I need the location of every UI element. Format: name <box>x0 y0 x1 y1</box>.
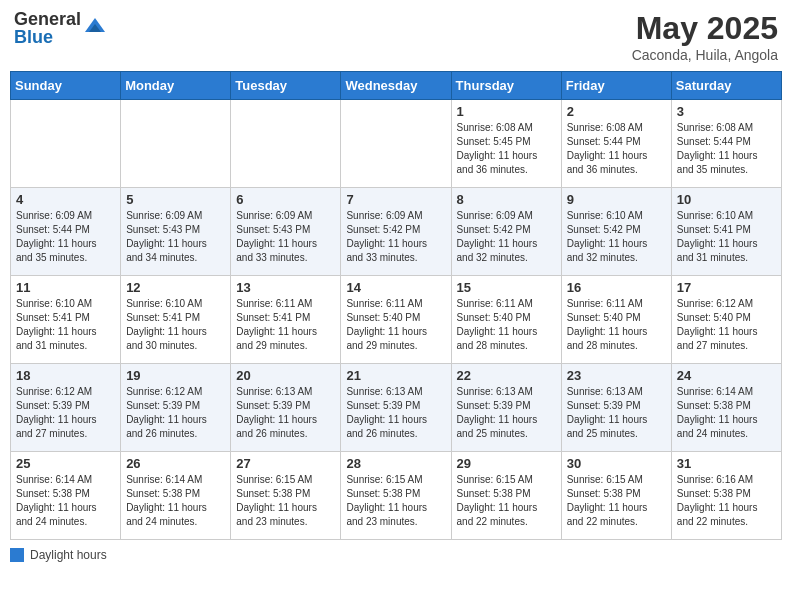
day-info: Sunrise: 6:15 AM Sunset: 5:38 PM Dayligh… <box>567 473 666 529</box>
day-info: Sunrise: 6:11 AM Sunset: 5:41 PM Dayligh… <box>236 297 335 353</box>
day-info: Sunrise: 6:10 AM Sunset: 5:41 PM Dayligh… <box>677 209 776 265</box>
calendar-cell: 8Sunrise: 6:09 AM Sunset: 5:42 PM Daylig… <box>451 188 561 276</box>
day-info: Sunrise: 6:10 AM Sunset: 5:41 PM Dayligh… <box>126 297 225 353</box>
day-info: Sunrise: 6:12 AM Sunset: 5:39 PM Dayligh… <box>16 385 115 441</box>
calendar-cell: 27Sunrise: 6:15 AM Sunset: 5:38 PM Dayli… <box>231 452 341 540</box>
day-info: Sunrise: 6:09 AM Sunset: 5:42 PM Dayligh… <box>346 209 445 265</box>
day-number: 13 <box>236 280 335 295</box>
day-number: 22 <box>457 368 556 383</box>
calendar-cell: 30Sunrise: 6:15 AM Sunset: 5:38 PM Dayli… <box>561 452 671 540</box>
calendar-cell: 6Sunrise: 6:09 AM Sunset: 5:43 PM Daylig… <box>231 188 341 276</box>
day-number: 10 <box>677 192 776 207</box>
logo-general: General <box>14 10 81 28</box>
day-info: Sunrise: 6:09 AM Sunset: 5:43 PM Dayligh… <box>126 209 225 265</box>
calendar-week-2: 11Sunrise: 6:10 AM Sunset: 5:41 PM Dayli… <box>11 276 782 364</box>
calendar-cell: 15Sunrise: 6:11 AM Sunset: 5:40 PM Dayli… <box>451 276 561 364</box>
day-info: Sunrise: 6:15 AM Sunset: 5:38 PM Dayligh… <box>457 473 556 529</box>
calendar-cell <box>341 100 451 188</box>
day-info: Sunrise: 6:13 AM Sunset: 5:39 PM Dayligh… <box>567 385 666 441</box>
day-header-wednesday: Wednesday <box>341 72 451 100</box>
calendar-cell: 3Sunrise: 6:08 AM Sunset: 5:44 PM Daylig… <box>671 100 781 188</box>
day-info: Sunrise: 6:13 AM Sunset: 5:39 PM Dayligh… <box>236 385 335 441</box>
calendar-cell: 24Sunrise: 6:14 AM Sunset: 5:38 PM Dayli… <box>671 364 781 452</box>
day-info: Sunrise: 6:09 AM Sunset: 5:42 PM Dayligh… <box>457 209 556 265</box>
day-number: 23 <box>567 368 666 383</box>
day-number: 16 <box>567 280 666 295</box>
calendar-cell: 20Sunrise: 6:13 AM Sunset: 5:39 PM Dayli… <box>231 364 341 452</box>
day-number: 17 <box>677 280 776 295</box>
day-number: 12 <box>126 280 225 295</box>
day-number: 4 <box>16 192 115 207</box>
calendar-cell: 1Sunrise: 6:08 AM Sunset: 5:45 PM Daylig… <box>451 100 561 188</box>
calendar-cell <box>11 100 121 188</box>
day-number: 14 <box>346 280 445 295</box>
day-number: 7 <box>346 192 445 207</box>
day-header-saturday: Saturday <box>671 72 781 100</box>
calendar-cell: 2Sunrise: 6:08 AM Sunset: 5:44 PM Daylig… <box>561 100 671 188</box>
day-info: Sunrise: 6:14 AM Sunset: 5:38 PM Dayligh… <box>16 473 115 529</box>
calendar-cell: 31Sunrise: 6:16 AM Sunset: 5:38 PM Dayli… <box>671 452 781 540</box>
logo-icon <box>83 14 107 38</box>
calendar-cell: 22Sunrise: 6:13 AM Sunset: 5:39 PM Dayli… <box>451 364 561 452</box>
day-number: 15 <box>457 280 556 295</box>
day-number: 27 <box>236 456 335 471</box>
day-header-monday: Monday <box>121 72 231 100</box>
day-number: 2 <box>567 104 666 119</box>
day-info: Sunrise: 6:13 AM Sunset: 5:39 PM Dayligh… <box>457 385 556 441</box>
location: Caconda, Huila, Angola <box>632 47 778 63</box>
day-header-thursday: Thursday <box>451 72 561 100</box>
calendar-week-3: 18Sunrise: 6:12 AM Sunset: 5:39 PM Dayli… <box>11 364 782 452</box>
day-number: 8 <box>457 192 556 207</box>
title-block: May 2025 Caconda, Huila, Angola <box>632 10 778 63</box>
day-info: Sunrise: 6:14 AM Sunset: 5:38 PM Dayligh… <box>677 385 776 441</box>
day-number: 3 <box>677 104 776 119</box>
calendar-cell: 11Sunrise: 6:10 AM Sunset: 5:41 PM Dayli… <box>11 276 121 364</box>
logo-blue: Blue <box>14 28 81 46</box>
day-info: Sunrise: 6:11 AM Sunset: 5:40 PM Dayligh… <box>346 297 445 353</box>
day-header-sunday: Sunday <box>11 72 121 100</box>
day-number: 24 <box>677 368 776 383</box>
day-info: Sunrise: 6:08 AM Sunset: 5:44 PM Dayligh… <box>677 121 776 177</box>
calendar-cell <box>231 100 341 188</box>
day-info: Sunrise: 6:11 AM Sunset: 5:40 PM Dayligh… <box>457 297 556 353</box>
day-number: 18 <box>16 368 115 383</box>
calendar-cell: 26Sunrise: 6:14 AM Sunset: 5:38 PM Dayli… <box>121 452 231 540</box>
day-info: Sunrise: 6:11 AM Sunset: 5:40 PM Dayligh… <box>567 297 666 353</box>
day-info: Sunrise: 6:08 AM Sunset: 5:44 PM Dayligh… <box>567 121 666 177</box>
calendar-cell: 28Sunrise: 6:15 AM Sunset: 5:38 PM Dayli… <box>341 452 451 540</box>
calendar-header-row: SundayMondayTuesdayWednesdayThursdayFrid… <box>11 72 782 100</box>
day-info: Sunrise: 6:10 AM Sunset: 5:41 PM Dayligh… <box>16 297 115 353</box>
day-number: 20 <box>236 368 335 383</box>
legend-label: Daylight hours <box>30 548 107 562</box>
calendar-cell: 10Sunrise: 6:10 AM Sunset: 5:41 PM Dayli… <box>671 188 781 276</box>
calendar-table: SundayMondayTuesdayWednesdayThursdayFrid… <box>10 71 782 540</box>
day-info: Sunrise: 6:14 AM Sunset: 5:38 PM Dayligh… <box>126 473 225 529</box>
legend: Daylight hours <box>10 548 782 562</box>
day-number: 6 <box>236 192 335 207</box>
day-number: 19 <box>126 368 225 383</box>
calendar-week-1: 4Sunrise: 6:09 AM Sunset: 5:44 PM Daylig… <box>11 188 782 276</box>
calendar-cell: 7Sunrise: 6:09 AM Sunset: 5:42 PM Daylig… <box>341 188 451 276</box>
day-number: 30 <box>567 456 666 471</box>
day-number: 11 <box>16 280 115 295</box>
calendar-cell: 13Sunrise: 6:11 AM Sunset: 5:41 PM Dayli… <box>231 276 341 364</box>
day-info: Sunrise: 6:15 AM Sunset: 5:38 PM Dayligh… <box>236 473 335 529</box>
day-number: 9 <box>567 192 666 207</box>
day-header-friday: Friday <box>561 72 671 100</box>
calendar-week-0: 1Sunrise: 6:08 AM Sunset: 5:45 PM Daylig… <box>11 100 782 188</box>
day-info: Sunrise: 6:12 AM Sunset: 5:40 PM Dayligh… <box>677 297 776 353</box>
day-number: 25 <box>16 456 115 471</box>
calendar-cell: 25Sunrise: 6:14 AM Sunset: 5:38 PM Dayli… <box>11 452 121 540</box>
day-header-tuesday: Tuesday <box>231 72 341 100</box>
day-number: 1 <box>457 104 556 119</box>
day-info: Sunrise: 6:10 AM Sunset: 5:42 PM Dayligh… <box>567 209 666 265</box>
calendar-cell: 5Sunrise: 6:09 AM Sunset: 5:43 PM Daylig… <box>121 188 231 276</box>
day-number: 5 <box>126 192 225 207</box>
day-info: Sunrise: 6:12 AM Sunset: 5:39 PM Dayligh… <box>126 385 225 441</box>
day-number: 26 <box>126 456 225 471</box>
calendar-cell: 17Sunrise: 6:12 AM Sunset: 5:40 PM Dayli… <box>671 276 781 364</box>
calendar-cell: 9Sunrise: 6:10 AM Sunset: 5:42 PM Daylig… <box>561 188 671 276</box>
calendar-cell: 23Sunrise: 6:13 AM Sunset: 5:39 PM Dayli… <box>561 364 671 452</box>
calendar-cell: 19Sunrise: 6:12 AM Sunset: 5:39 PM Dayli… <box>121 364 231 452</box>
day-info: Sunrise: 6:08 AM Sunset: 5:45 PM Dayligh… <box>457 121 556 177</box>
